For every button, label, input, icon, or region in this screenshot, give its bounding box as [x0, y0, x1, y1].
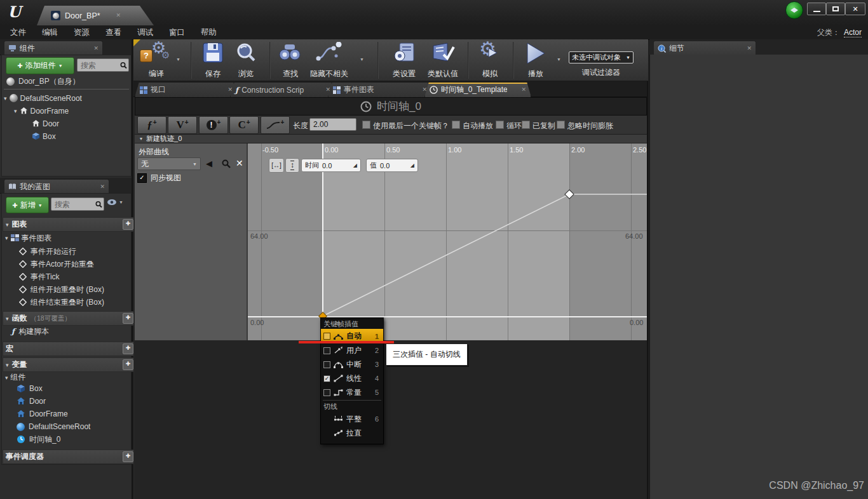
- macros-section-header[interactable]: 宏 ✚: [3, 342, 137, 356]
- class-settings-button[interactable]: 类设置: [386, 42, 422, 77]
- user-checkbox[interactable]: [323, 347, 330, 354]
- sync-view-row[interactable]: ✓ 同步视图: [137, 173, 181, 183]
- menu-item-user[interactable]: 用户 2: [321, 343, 383, 357]
- fit-vertical-button[interactable]: ↕: [285, 158, 299, 173]
- event-row-tick[interactable]: 事件Tick: [19, 272, 60, 282]
- replicated-checkbox[interactable]: [522, 121, 530, 129]
- menu-item-straighten[interactable]: 拉直: [321, 426, 383, 440]
- menu-item-break[interactable]: 中断 3: [321, 357, 383, 371]
- event-row-endoverlap-box[interactable]: 组件结束重叠时 (Box): [19, 297, 104, 307]
- compile-button[interactable]: ⚙ ⚙ ? 编译: [139, 41, 174, 77]
- tab-my-blueprint[interactable]: 我的蓝图 ✕: [4, 179, 109, 194]
- add-dispatcher-button[interactable]: ✚: [123, 451, 133, 462]
- menu-edit[interactable]: 编辑: [42, 27, 58, 38]
- expand-arrow-icon[interactable]: ▾: [4, 95, 7, 102]
- menu-help[interactable]: 帮助: [201, 27, 217, 38]
- expand-arrow-icon[interactable]: ▾: [140, 136, 142, 142]
- hide-unrelated-caret-icon[interactable]: ▼: [360, 57, 364, 62]
- add-vector-track-button[interactable]: V+: [168, 116, 197, 134]
- add-graph-button[interactable]: ✚: [123, 219, 133, 230]
- variables-section-header[interactable]: ▾ 变量 ✚: [3, 357, 137, 372]
- linear-checkbox[interactable]: ✓: [323, 375, 330, 382]
- auto-checkbox[interactable]: [323, 333, 330, 340]
- asset-tab-close-icon[interactable]: ✕: [116, 13, 121, 18]
- expand-arrow-icon[interactable]: ▾: [5, 375, 8, 381]
- tree-row-doorframe[interactable]: ▾ DoorFrame: [14, 106, 69, 116]
- tab-viewport[interactable]: 视口 ✕: [135, 82, 238, 97]
- tab-components-close-icon[interactable]: ✕: [93, 46, 98, 51]
- loop-checkbox[interactable]: [496, 121, 504, 129]
- event-row-beginoverlap-box[interactable]: 组件开始重叠时 (Box): [19, 284, 104, 295]
- maximize-button[interactable]: [826, 3, 845, 15]
- expand-arrow-icon[interactable]: ▾: [6, 316, 9, 322]
- tree-row-box[interactable]: Box: [32, 131, 56, 141]
- menu-view[interactable]: 查看: [105, 27, 121, 38]
- break-checkbox[interactable]: [323, 361, 330, 368]
- play-options-caret-icon[interactable]: ▼: [557, 57, 561, 62]
- tree-row-defaultsceneroot[interactable]: ▾ DefaultSceneRoot: [4, 93, 82, 103]
- compile-options-caret-icon[interactable]: ▼: [176, 57, 180, 62]
- add-float-track-button[interactable]: ƒ+: [137, 116, 166, 134]
- minimize-button[interactable]: [807, 3, 826, 15]
- add-component-button[interactable]: ✚ 添加组件 ▼: [6, 57, 74, 74]
- class-defaults-button[interactable]: 类默认值: [423, 42, 463, 77]
- expand-arrow-icon[interactable]: ▾: [14, 108, 17, 114]
- menu-asset[interactable]: 资源: [74, 27, 90, 38]
- var-row-door[interactable]: Door: [17, 396, 46, 406]
- close-button[interactable]: ✕: [845, 3, 865, 15]
- event-row-actoroverlap[interactable]: 事件Actor开始重叠: [19, 259, 94, 269]
- event-graph-row[interactable]: ▾ 事件图表: [5, 233, 52, 243]
- tab-construction-script[interactable]: ƒ Construction Scrip ✕: [230, 82, 336, 97]
- value-field-value[interactable]: 0.0: [380, 162, 390, 170]
- component-self-row[interactable]: Door_BP（自身）: [6, 76, 80, 86]
- browse-curve-icon[interactable]: [222, 159, 231, 168]
- constant-checkbox[interactable]: [323, 389, 330, 396]
- var-row-defaultsceneroot[interactable]: DefaultSceneRoot: [17, 422, 90, 432]
- use-asset-arrow-icon[interactable]: ◀: [206, 159, 212, 168]
- clear-curve-icon[interactable]: ✕: [236, 158, 243, 168]
- add-new-button[interactable]: ✚ 新增 ▼: [6, 197, 49, 213]
- functions-section-header[interactable]: ▾ 函数 （18可覆盖） ✚: [3, 311, 137, 326]
- tab-details[interactable]: i 细节 ✕: [653, 41, 756, 55]
- add-function-button[interactable]: ✚: [123, 313, 133, 324]
- dispatchers-section-header[interactable]: 事件调度器 ✚: [3, 449, 137, 464]
- components-group-row[interactable]: ▾ 组件: [5, 373, 26, 382]
- expand-arrow-icon[interactable]: ▾: [5, 235, 8, 241]
- ignore-time-dilation-checkbox[interactable]: [557, 121, 565, 129]
- visibility-filter-button[interactable]: ▼: [107, 199, 123, 206]
- length-input[interactable]: [309, 118, 356, 131]
- browse-button[interactable]: 浏览: [231, 42, 261, 77]
- time-field-value[interactable]: 0.0: [322, 162, 332, 170]
- var-row-box[interactable]: Box: [17, 383, 43, 394]
- tab-details-close-icon[interactable]: ✕: [747, 46, 752, 51]
- menu-file[interactable]: 文件: [10, 27, 26, 38]
- add-macro-button[interactable]: ✚: [123, 343, 133, 354]
- expand-arrow-icon[interactable]: ▾: [6, 222, 9, 228]
- tab-event-graph[interactable]: 事件图表 ✕: [328, 82, 432, 97]
- simulate-button[interactable]: ⚙ 模拟: [475, 42, 505, 77]
- menu-item-linear[interactable]: ✓ 线性 4: [321, 371, 383, 385]
- play-button[interactable]: 播放: [521, 42, 550, 77]
- external-curve-dropdown[interactable]: 无 ▼: [137, 157, 201, 170]
- construction-script-row[interactable]: ƒ 构建脚本: [11, 326, 49, 336]
- save-button[interactable]: 保存: [198, 42, 227, 77]
- event-row-beginplay[interactable]: 事件开始运行: [19, 246, 76, 256]
- tab-timeline-template[interactable]: 时间轴_0_Template ✕: [424, 82, 531, 97]
- sync-view-checkbox[interactable]: ✓: [137, 173, 147, 183]
- menu-window[interactable]: 窗口: [169, 27, 185, 38]
- hide-unrelated-button[interactable]: 隐藏不相关: [306, 42, 352, 77]
- tree-row-door[interactable]: Door: [32, 119, 59, 128]
- time-field[interactable]: 时间 0.0 ◢: [301, 159, 361, 172]
- debug-object-dropdown[interactable]: 未选中调试对象 ▼: [569, 51, 634, 63]
- var-row-timeline[interactable]: 时间轴_0: [17, 434, 60, 444]
- asset-tab[interactable]: Door_BP* ✕: [37, 6, 154, 25]
- value-field[interactable]: 值 0.0 ◢: [366, 159, 418, 172]
- tab-components[interactable]: 组件 ✕: [4, 41, 103, 55]
- graphs-section-header[interactable]: ▾ 图表 ✚: [3, 217, 137, 232]
- find-button[interactable]: 查找: [276, 42, 305, 77]
- parent-class-link[interactable]: Actor: [844, 28, 862, 37]
- add-color-track-button[interactable]: C+: [229, 116, 259, 134]
- add-variable-button[interactable]: ✚: [123, 359, 133, 370]
- add-event-track-button[interactable]: !+: [199, 116, 228, 134]
- var-row-doorframe[interactable]: DoorFrame: [17, 409, 68, 419]
